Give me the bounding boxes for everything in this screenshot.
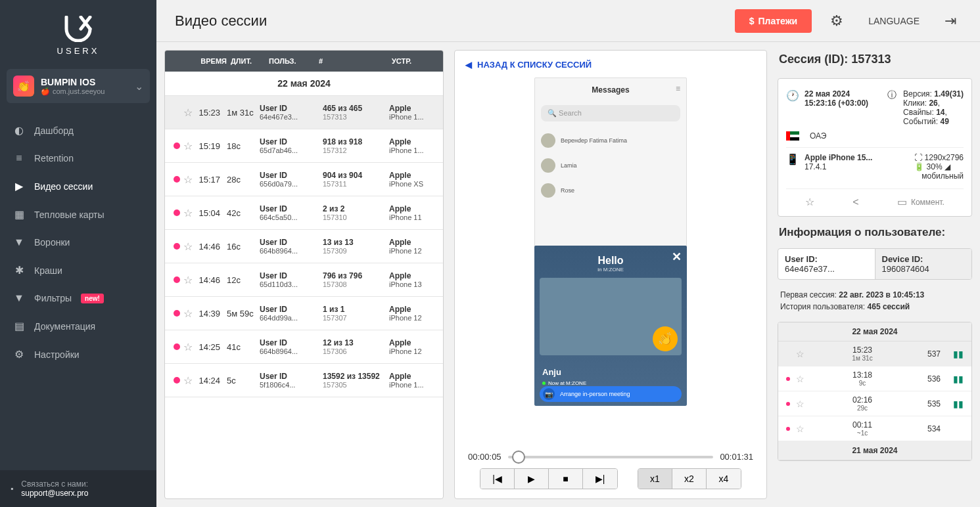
unread-dot [174, 377, 180, 384]
row-count: 2 из 2 [323, 204, 389, 213]
row-duration: 16с [223, 242, 260, 252]
star-icon[interactable]: ☆ [793, 374, 807, 384]
history-date: 22 мая 2024 [778, 322, 971, 342]
sessions-list[interactable]: ☆ 15:23 1м 31с User ID64e467e3... 465 из… [165, 96, 443, 498]
time-total: 00:01:31 [720, 452, 753, 462]
speed-button[interactable]: x1 [638, 469, 672, 489]
nav-item[interactable]: ▼Воронки [0, 229, 156, 256]
star-icon[interactable]: ☆ [183, 106, 193, 119]
comment-button[interactable]: ▭Коммент. [897, 196, 945, 208]
history-row[interactable]: ☆ 00:11~1с 534 [778, 416, 971, 441]
info-icon[interactable]: ⓘ [887, 89, 897, 101]
nav-label: Видео сессии [34, 181, 93, 192]
row-session-id: 157313 [323, 113, 389, 121]
film-icon: ▮▮ [950, 349, 966, 359]
row-user-label: User ID [260, 171, 323, 180]
next-button[interactable]: ▶| [583, 469, 617, 489]
row-user-id: 5f1806c4... [260, 381, 323, 389]
progress-track[interactable] [508, 456, 714, 458]
nav-label: Настройки [34, 349, 80, 360]
app-bundle-id: 🍎com.just.seeyou [41, 87, 128, 96]
session-row[interactable]: ☆ 14:25 41с User ID664b8964... 12 из 131… [165, 330, 443, 364]
row-model: iPhone XS [389, 180, 438, 188]
star-icon[interactable]: ☆ [793, 349, 807, 359]
prev-button[interactable]: |◀ [480, 469, 515, 489]
row-count: 904 из 904 [323, 171, 389, 180]
app-selector[interactable]: 👏 BUMPIN IOS 🍎com.just.seeyou ⌄ [7, 69, 150, 103]
row-device: Apple [389, 271, 438, 280]
history-row[interactable]: ☆ 13:189с 536 ▮▮ [778, 366, 971, 391]
film-icon: ▮▮ [950, 399, 966, 409]
row-session-id: 157306 [323, 347, 389, 355]
speed-button[interactable]: x2 [672, 469, 707, 489]
speed-button[interactable]: x4 [707, 469, 741, 489]
share-button[interactable]: < [852, 196, 858, 208]
speed-buttons: x1x2x4 [638, 468, 741, 489]
nav-item[interactable]: ✱Краши [0, 256, 156, 284]
favorite-button[interactable]: ☆ [805, 196, 814, 208]
row-model: iPhone 12 [389, 247, 438, 255]
star-icon[interactable]: ☆ [793, 424, 807, 434]
settings-icon[interactable]: ⚙ [825, 12, 849, 30]
nav-item[interactable]: ▦Тепловые карты [0, 200, 156, 229]
timeline[interactable]: 00:00:05 00:01:31 [468, 452, 753, 462]
star-icon[interactable]: ☆ [183, 173, 193, 186]
session-row[interactable]: ☆ 15:19 18с User ID65d7ab46... 918 из 91… [165, 129, 443, 163]
flag-icon [786, 131, 799, 141]
star-icon[interactable]: ☆ [183, 341, 193, 353]
star-icon[interactable]: ☆ [183, 240, 193, 253]
star-icon[interactable]: ☆ [183, 207, 193, 219]
session-row[interactable]: ☆ 14:24 5с User ID5f1806c4... 13592 из 1… [165, 364, 443, 397]
session-row[interactable]: ☆ 14:46 12с User ID65d110d3... 796 из 79… [165, 263, 443, 297]
playback-buttons: |◀ ▶ ■ ▶| [480, 468, 618, 489]
clap-icon: 👏 [653, 326, 678, 351]
stop-button[interactable]: ■ [549, 469, 583, 489]
language-selector[interactable]: LANGUAGE [862, 16, 926, 26]
contact-box[interactable]: ▪ Связаться с нами: support@userx.pro [0, 470, 156, 507]
star-icon[interactable]: ☆ [183, 274, 193, 286]
session-row[interactable]: ☆ 15:17 28с User ID656d0a79... 904 из 90… [165, 163, 443, 196]
nav-item[interactable]: ≡Retention [0, 144, 156, 172]
col-time: ВРЕМЯ [193, 57, 227, 65]
unread-dot [174, 343, 180, 350]
row-duration: 41с [223, 342, 260, 352]
row-time: 14:46 [193, 275, 223, 285]
app-name: BUMPIN IOS [41, 77, 128, 87]
chevron-left-icon: ◀ [465, 60, 472, 70]
star-icon[interactable]: ☆ [183, 374, 193, 387]
content: ВРЕМЯ ДЛИТ. ПОЛЬЗ. # УСТР. 22 мая 2024 ☆… [156, 42, 980, 507]
nav-item[interactable]: ⚙Настройки [0, 340, 156, 368]
history-row[interactable]: ☆ 02:1629с 535 ▮▮ [778, 391, 971, 416]
exit-icon[interactable]: ⇥ [939, 12, 962, 30]
nav-label: Документация [34, 321, 95, 332]
history-id: 534 [918, 424, 950, 433]
nav-label: Дашборд [34, 125, 74, 136]
nav-label: Воронки [34, 237, 70, 248]
unread-dot [786, 402, 790, 406]
star-icon[interactable]: ☆ [793, 399, 807, 409]
star-icon[interactable]: ☆ [183, 307, 193, 320]
session-row[interactable]: ☆ 14:39 5м 59с User ID664dd99a... 1 из 1… [165, 297, 443, 330]
play-button[interactable]: ▶ [515, 469, 549, 489]
close-icon: ✕ [672, 250, 682, 264]
row-device: Apple [389, 204, 438, 213]
history-row[interactable]: ☆ 15:231м 31с 537 ▮▮ [778, 342, 971, 366]
nav-item[interactable]: ▼Фильтрыnew! [0, 284, 156, 312]
session-row[interactable]: ☆ 14:46 16с User ID664b8964... 13 из 131… [165, 230, 443, 263]
progress-thumb[interactable] [512, 451, 525, 464]
clock-icon: 🕐 [786, 89, 798, 126]
row-count: 796 из 796 [323, 271, 389, 280]
sessions-header: ВРЕМЯ ДЛИТ. ПОЛЬЗ. # УСТР. [165, 51, 443, 72]
row-device: Apple [389, 171, 438, 180]
row-count: 1 из 1 [323, 305, 389, 314]
nav-item[interactable]: ▤Документация [0, 312, 156, 340]
nav-item[interactable]: ▶Видео сессии [0, 172, 156, 200]
payments-button[interactable]: $Платежи [735, 9, 812, 33]
session-row[interactable]: ☆ 15:23 1м 31с User ID64e467e3... 465 из… [165, 96, 443, 129]
back-link[interactable]: ◀НАЗАД К СПИСКУ СЕССИЙ [465, 60, 756, 70]
row-user-label: User ID [260, 338, 323, 347]
session-row[interactable]: ☆ 15:04 42с User ID664c5a50... 2 из 2157… [165, 196, 443, 230]
nav-item[interactable]: ◐Дашборд [0, 116, 156, 144]
row-user-label: User ID [260, 238, 323, 247]
star-icon[interactable]: ☆ [183, 140, 193, 152]
